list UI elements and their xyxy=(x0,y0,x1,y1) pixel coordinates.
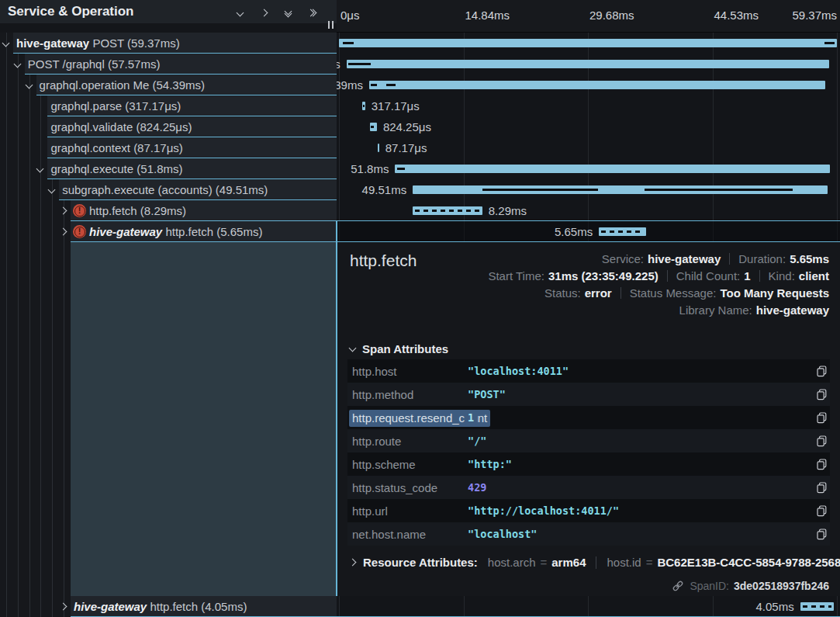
attribute-row[interactable]: http.request.resend_count1 xyxy=(347,406,830,429)
span-bar[interactable] xyxy=(800,602,835,611)
chevron-right-icon[interactable] xyxy=(60,603,67,611)
copy-button[interactable] xyxy=(808,459,830,470)
tree-row[interactable]: graphql.context (87.17μs) xyxy=(0,137,337,158)
span-bar[interactable] xyxy=(339,39,837,47)
tree-row[interactable]: graphql.operation Me (54.39ms) xyxy=(0,75,337,95)
timeline-row[interactable]: 5.65ms xyxy=(337,221,840,242)
meta-line: Start Time:31ms (23:35:49.225)Child Coun… xyxy=(488,269,829,283)
error-icon xyxy=(73,225,86,238)
attribute-row[interactable]: http.url"http://localhost:4011/" xyxy=(347,499,830,522)
attribute-row[interactable]: http.host"localhost:4011" xyxy=(347,359,830,383)
collapse-one-icon[interactable] xyxy=(235,8,244,17)
chevron-down-icon[interactable] xyxy=(13,61,21,68)
span-attributes-table: http.host"localhost:4011"http.method"POS… xyxy=(347,359,830,546)
attribute-value: 429 xyxy=(468,481,808,494)
tree-header-buttons xyxy=(235,8,316,17)
timeline-row[interactable]: 824.25μs xyxy=(337,116,840,137)
timeline-tick-label: 14.84ms xyxy=(465,9,510,22)
panel-splitter-handle[interactable] xyxy=(328,21,334,29)
tree-row[interactable]: http.fetch (8.29ms) xyxy=(0,200,337,221)
tree-row[interactable]: hive-gateway POST (59.37ms) xyxy=(0,33,337,54)
collapse-all-icon[interactable] xyxy=(283,8,292,17)
timeline-row[interactable]: 49.51ms xyxy=(337,179,840,200)
chevron-right-icon[interactable] xyxy=(60,228,67,236)
span-bar[interactable] xyxy=(395,165,829,173)
meta-value: hive-gateway xyxy=(756,303,829,317)
chevron-right-icon[interactable] xyxy=(60,207,67,215)
timeline-row[interactable]: 8.29ms xyxy=(337,200,840,221)
copy-button[interactable] xyxy=(808,389,830,400)
tree-row[interactable]: graphql.validate (824.25μs) xyxy=(0,116,337,137)
copy-icon xyxy=(817,459,827,470)
span-label: hive-gateway http.fetch (4.05ms) xyxy=(74,600,247,613)
attribute-row[interactable]: http.route"/" xyxy=(347,429,830,452)
span-detail-title: http.fetch xyxy=(350,251,417,270)
timeline-row[interactable]: 87.17μs xyxy=(337,137,840,158)
tree-row[interactable]: graphql.parse (317.17μs) xyxy=(0,95,337,116)
copy-icon xyxy=(817,389,827,400)
timeline-tick-label: 29.68ms xyxy=(589,9,634,22)
tree-row[interactable]: subgraph.execute (accounts) (49.51ms) xyxy=(0,179,337,200)
timeline-tick-label: 0μs xyxy=(340,9,360,22)
span-bar[interactable] xyxy=(413,185,828,194)
span-duration-label: 87.17μs xyxy=(385,141,427,154)
span-duration-label: 57.57ms xyxy=(337,57,340,71)
meta-label: Child Count: xyxy=(676,269,741,283)
copy-button[interactable] xyxy=(808,505,830,517)
span-bar[interactable] xyxy=(362,102,365,110)
span-bar[interactable] xyxy=(369,81,825,89)
chevron-down-icon xyxy=(349,344,357,352)
tree-row[interactable]: hive-gateway http.fetch (4.05ms) xyxy=(0,596,337,617)
span-bar[interactable] xyxy=(413,206,482,215)
span-id-label: SpanID: xyxy=(690,580,729,592)
expand-all-icon[interactable] xyxy=(307,8,316,17)
link-icon[interactable] xyxy=(672,580,684,592)
timeline-row[interactable]: 57.57ms xyxy=(337,54,840,75)
copy-button[interactable] xyxy=(808,412,830,424)
attribute-key: http.url xyxy=(347,504,468,518)
chevron-down-icon[interactable] xyxy=(48,186,56,194)
resource-value: BC62E13B-C4CC-5854-9788-2568… xyxy=(657,556,840,569)
timeline-row[interactable]: 317.17μs xyxy=(337,95,840,116)
meta-value: Too Many Requests xyxy=(720,286,829,300)
attribute-row[interactable]: http.status_code429 xyxy=(347,476,830,499)
attribute-value: "http:" xyxy=(468,458,808,470)
meta-separator xyxy=(667,270,668,282)
timeline-row[interactable] xyxy=(337,33,840,54)
chevron-down-icon[interactable] xyxy=(36,165,44,173)
attribute-row[interactable]: http.scheme"http:" xyxy=(347,452,830,476)
attribute-row[interactable]: net.host.name"localhost" xyxy=(347,522,830,546)
span-duration-label: 49.51ms xyxy=(362,183,407,196)
span-bar[interactable] xyxy=(370,123,377,131)
copy-button[interactable] xyxy=(808,529,830,540)
span-attributes-section-header[interactable]: Span Attributes xyxy=(350,342,448,355)
copy-icon xyxy=(817,412,827,424)
expand-one-icon[interactable] xyxy=(259,8,268,17)
copy-button[interactable] xyxy=(808,435,830,447)
resource-attributes-row[interactable]: Resource Attributes: host.arch=arm64host… xyxy=(350,556,840,569)
tree-row[interactable]: hive-gateway http.fetch (5.65ms) xyxy=(0,221,337,242)
error-icon xyxy=(73,204,86,217)
tree-row[interactable]: graphql.execute (51.8ms) xyxy=(0,158,337,179)
span-label: graphql.context (87.17μs) xyxy=(50,141,182,154)
timeline-row[interactable]: 54.39ms xyxy=(337,75,840,95)
span-bar[interactable] xyxy=(347,60,830,68)
tree-row[interactable]: POST /graphql (57.57ms) xyxy=(0,54,337,75)
copy-button[interactable] xyxy=(808,482,830,494)
child-span-stripe xyxy=(371,84,377,86)
timeline-row[interactable]: 51.8ms xyxy=(337,158,840,179)
meta-label: Kind: xyxy=(769,269,795,283)
meta-separator xyxy=(759,270,760,282)
resource-key: host.arch xyxy=(488,556,536,569)
chevron-down-icon[interactable] xyxy=(2,40,10,47)
meta-value: client xyxy=(799,269,829,283)
span-bar[interactable] xyxy=(378,144,379,152)
service-name: hive-gateway xyxy=(89,225,162,238)
attribute-row[interactable]: http.method"POST" xyxy=(347,383,830,406)
child-span-stripe xyxy=(348,63,371,65)
chevron-down-icon[interactable] xyxy=(25,81,33,89)
copy-button[interactable] xyxy=(808,366,830,377)
span-bar[interactable] xyxy=(599,227,646,236)
span-label: POST /graphql (57.57ms) xyxy=(28,57,161,71)
timeline-row[interactable]: 4.05ms xyxy=(337,596,840,617)
